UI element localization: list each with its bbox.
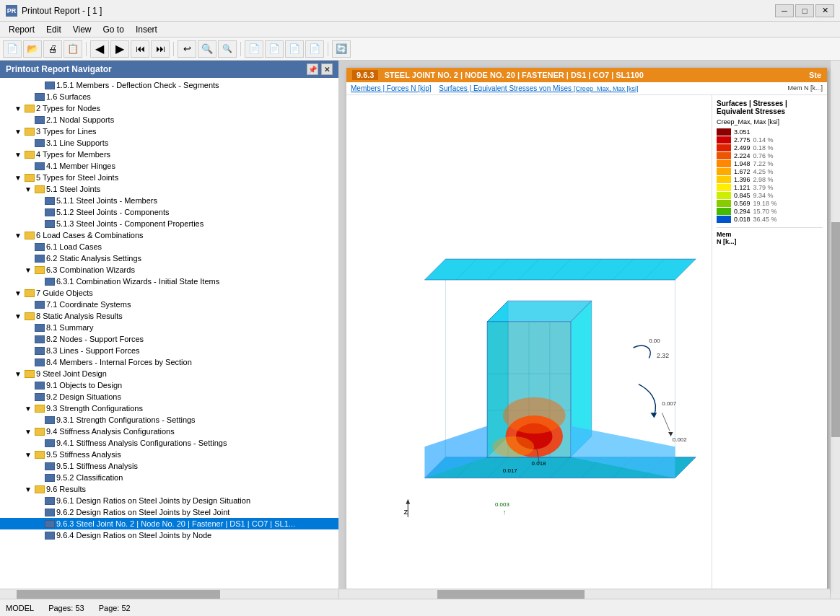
open-button[interactable]: 📂 bbox=[23, 40, 42, 58]
menu-goto[interactable]: Go to bbox=[97, 23, 130, 36]
tree-item-9_4[interactable]: ▼9.4 Stiffness Analysis Configurations bbox=[0, 426, 338, 437]
tree-item-9_5[interactable]: ▼9.5 Stiffness Analysis bbox=[0, 449, 338, 460]
document-page: 9.6.3 STEEL JOINT NO. 2 | NODE NO. 20 | … bbox=[346, 68, 827, 591]
legend-row-9: 0.56919.18 % bbox=[717, 200, 823, 207]
minimize-button[interactable]: ─ bbox=[775, 4, 794, 17]
maximize-button[interactable]: □ bbox=[795, 4, 814, 17]
tree-item-5[interactable]: ▼5 Types for Steel Joints bbox=[0, 172, 338, 183]
tree-label-9_6_4: 9.6.4 Design Ratios on Steel Joints by N… bbox=[56, 531, 211, 540]
tree-item-9_2[interactable]: 9.2 Design Situations bbox=[0, 391, 338, 402]
first-button[interactable]: ⏮ bbox=[131, 40, 149, 58]
tree-item-6_3[interactable]: ▼6.3 Combination Wizards bbox=[0, 264, 338, 276]
tree-item-1_6[interactable]: 1.6 Surfaces bbox=[0, 91, 338, 102]
tree-item-9_6_3[interactable]: 9.6.3 Steel Joint No. 2 | Node No. 20 | … bbox=[0, 518, 338, 529]
legend-row-3: 2.2240.76 % bbox=[717, 152, 823, 159]
refresh-button[interactable]: 🔄 bbox=[332, 40, 351, 58]
page-btn-2[interactable]: 📄 bbox=[265, 40, 284, 58]
tree-item-5_1_2[interactable]: 5.1.2 Steel Joints - Components bbox=[0, 206, 338, 218]
tree-item-6_1[interactable]: 6.1 Load Cases bbox=[0, 241, 338, 252]
page-btn-3[interactable]: 📄 bbox=[285, 40, 304, 58]
page-btn-1[interactable]: 📄 bbox=[245, 40, 263, 58]
tree-item-8[interactable]: ▼8 Static Analysis Results bbox=[0, 310, 338, 322]
tree-label-9_6_2: 9.6.2 Design Ratios on Steel Joints by S… bbox=[56, 508, 229, 516]
new-button[interactable]: 📄 bbox=[3, 40, 22, 58]
tree-item-8_1[interactable]: 8.1 Summary bbox=[0, 322, 338, 333]
tree-item-9_6_4[interactable]: 9.6.4 Design Ratios on Steel Joints by N… bbox=[0, 529, 338, 541]
window-controls: ─ □ ✕ bbox=[775, 4, 834, 17]
tree-item-7[interactable]: ▼7 Guide Objects bbox=[0, 287, 338, 299]
menu-view[interactable]: View bbox=[67, 23, 97, 36]
last-button[interactable]: ⏭ bbox=[151, 40, 170, 58]
tree-item-9_5_1[interactable]: 9.5.1 Stiffness Analysis bbox=[0, 460, 338, 472]
toolbar: 📄 📂 🖨 📋 ◀ ▶ ⏮ ⏭ ↩ 🔍 🔍 📄 📄 📄 📄 🔄 bbox=[0, 38, 840, 61]
prev-button[interactable]: ◀ bbox=[90, 40, 109, 58]
tree-item-9_6[interactable]: ▼9.6 Results bbox=[0, 483, 338, 495]
tree-container[interactable]: 1.5.1 Members - Deflection Check - Segme… bbox=[0, 78, 338, 589]
svg-point-31 bbox=[503, 397, 566, 434]
tree-item-3_1[interactable]: 3.1 Line Supports bbox=[0, 137, 338, 149]
tree-item-9[interactable]: ▼9 Steel Joint Design bbox=[0, 368, 338, 379]
page-btn-4[interactable]: 📄 bbox=[305, 40, 324, 58]
tree-item-6[interactable]: ▼6 Load Cases & Combinations bbox=[0, 229, 338, 241]
navigator-pin-button[interactable]: 📌 bbox=[307, 63, 318, 75]
tab-members[interactable]: Members | Forces N [kip] bbox=[351, 84, 432, 92]
tree-item-9_4_1[interactable]: 9.4.1 Stiffness Analysis Configurations … bbox=[0, 437, 338, 449]
content-scrollbar-h[interactable] bbox=[339, 589, 830, 599]
svg-text:↑: ↑ bbox=[503, 508, 507, 516]
fem-visualization: 0.018 0.017 0.00 2.32 bbox=[346, 95, 712, 591]
tree-item-9_6_2[interactable]: 9.6.2 Design Ratios on Steel Joints by S… bbox=[0, 506, 338, 518]
next-button[interactable]: ▶ bbox=[110, 40, 129, 58]
tree-item-4[interactable]: ▼4 Types for Members bbox=[0, 149, 338, 160]
svg-text:2.32: 2.32 bbox=[657, 352, 669, 359]
tree-item-6_3_1[interactable]: 6.3.1 Combination Wizards - Initial Stat… bbox=[0, 276, 338, 287]
svg-line-42 bbox=[662, 413, 670, 431]
tree-item-6_2[interactable]: 6.2 Static Analysis Settings bbox=[0, 252, 338, 264]
menu-edit[interactable]: Edit bbox=[40, 23, 67, 36]
zoom-back-button[interactable]: ↩ bbox=[178, 40, 196, 58]
tree-item-8_3[interactable]: 8.3 Lines - Support Forces bbox=[0, 345, 338, 356]
tree-item-2[interactable]: ▼2 Types for Nodes bbox=[0, 102, 338, 114]
tree-label-9_2: 9.2 Design Situations bbox=[46, 392, 121, 401]
tree-item-1_5_1[interactable]: 1.5.1 Members - Deflection Check - Segme… bbox=[0, 79, 338, 91]
close-button[interactable]: ✕ bbox=[815, 4, 834, 17]
legend-right-panel: MemN [k...] bbox=[717, 227, 823, 245]
tree-item-7_1[interactable]: 7.1 Coordinate Systems bbox=[0, 299, 338, 310]
tree-label-7: 7 Guide Objects bbox=[36, 289, 93, 297]
scrollbar-thumb-v bbox=[831, 222, 840, 437]
page-content: 0.018 0.017 0.00 2.32 bbox=[346, 95, 827, 591]
tree-item-5_1_1[interactable]: 5.1.1 Steel Joints - Members bbox=[0, 195, 338, 206]
tree-label-9_1: 9.1 Objects to Design bbox=[46, 381, 122, 390]
toolbar-sep-4 bbox=[328, 42, 328, 56]
tree-label-5_1_3: 5.1.3 Steel Joints - Component Propertie… bbox=[56, 219, 204, 228]
tab-surfaces[interactable]: Surfaces | Equivalent Stresses von Mises… bbox=[439, 84, 638, 92]
tree-item-9_3[interactable]: ▼9.3 Strength Configurations bbox=[0, 402, 338, 414]
tree-item-9_6_1[interactable]: 9.6.1 Design Ratios on Steel Joints by D… bbox=[0, 495, 338, 506]
tree-item-8_2[interactable]: 8.2 Nodes - Support Forces bbox=[0, 333, 338, 345]
content-scrollbar-v[interactable] bbox=[830, 61, 840, 599]
tree-item-9_3_1[interactable]: 9.3.1 Strength Configurations - Settings bbox=[0, 414, 338, 426]
navigator-scrollbar-h[interactable] bbox=[0, 589, 338, 599]
tree-item-2_1[interactable]: 2.1 Nodal Supports bbox=[0, 114, 338, 126]
zoom-out-button[interactable]: 🔍 bbox=[218, 40, 237, 58]
tree-label-8: 8 Static Analysis Results bbox=[36, 312, 123, 320]
tree-item-5_1[interactable]: ▼5.1 Steel Joints bbox=[0, 183, 338, 195]
tree-label-4_1: 4.1 Member Hinges bbox=[46, 162, 115, 170]
zoom-in-button[interactable]: 🔍 bbox=[198, 40, 216, 58]
tree-item-3[interactable]: ▼3 Types for Lines bbox=[0, 126, 338, 137]
tree-label-6_3: 6.3 Combination Wizards bbox=[46, 265, 135, 274]
tree-item-5_1_3[interactable]: 5.1.3 Steel Joints - Component Propertie… bbox=[0, 218, 338, 229]
menu-insert[interactable]: Insert bbox=[130, 23, 163, 36]
navigator-close-button[interactable]: ✕ bbox=[321, 63, 333, 75]
tree-label-9_5: 9.5 Stiffness Analysis bbox=[46, 450, 121, 459]
tree-item-8_4[interactable]: 8.4 Members - Internal Forces by Section bbox=[0, 356, 338, 368]
status-page: Page: 52 bbox=[99, 604, 131, 612]
tree-item-9_5_2[interactable]: 9.5.2 Classification bbox=[0, 472, 338, 483]
print-button[interactable]: 🖨 bbox=[43, 40, 62, 58]
svg-marker-40 bbox=[650, 413, 657, 418]
menu-report[interactable]: Report bbox=[3, 23, 40, 36]
print-preview-button[interactable]: 📋 bbox=[64, 40, 82, 58]
page-header-badge: 9.6.3 bbox=[352, 70, 378, 80]
tree-label-8_3: 8.3 Lines - Support Forces bbox=[46, 346, 140, 355]
tree-item-4_1[interactable]: 4.1 Member Hinges bbox=[0, 160, 338, 172]
tree-item-9_1[interactable]: 9.1 Objects to Design bbox=[0, 379, 338, 391]
